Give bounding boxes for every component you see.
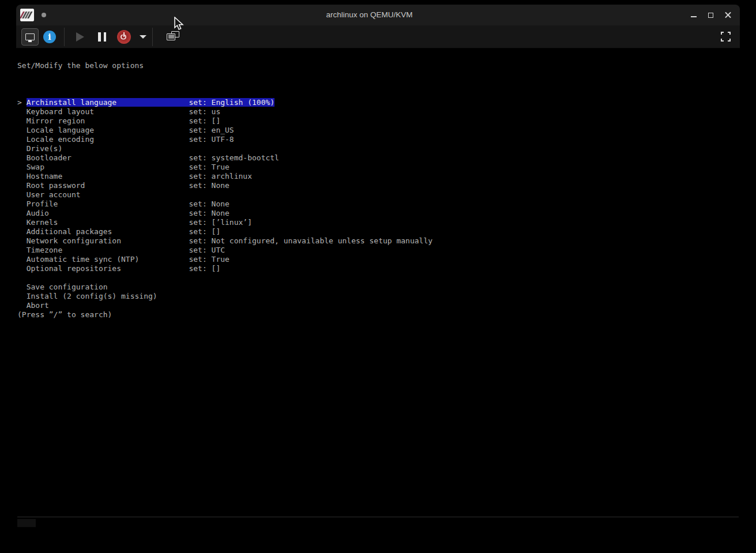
power-icon [117,30,131,44]
pause-icon [98,32,106,42]
terminal-separator-line [17,517,739,517]
menu-item[interactable]: Locale encoding set: UTF-8 [17,135,432,144]
minimize-button[interactable] [687,9,699,21]
menu-item[interactable]: Audio set: None [17,209,432,218]
window-title: archlinux on QEMU/KVM [16,5,723,25]
monitor-icon [25,33,35,40]
info-icon: i [43,31,56,43]
menu-item[interactable]: User account [17,190,432,200]
pause-button[interactable] [92,28,112,46]
terminal-line [17,273,432,283]
menu-item[interactable]: Locale language set: en_US [17,126,432,135]
menu-item[interactable]: Bootloader set: systemd-bootctl [17,153,432,163]
close-icon [725,12,731,18]
run-button[interactable] [70,28,90,46]
maximize-button[interactable] [705,9,717,21]
menu-item[interactable]: Mirror region set: [] [17,116,432,126]
menu-item[interactable]: Additional packages set: [] [17,227,432,236]
fullscreen-icon [721,32,731,42]
menu-item[interactable]: Root password set: None [17,181,432,190]
minimize-icon [691,16,697,17]
terminal-line [17,80,432,89]
fullscreen-button[interactable] [721,28,740,46]
vm-display[interactable]: Set/Modify the below options> Archinstal… [16,48,740,548]
titlebar: archlinux on QEMU/KVM [16,5,740,25]
menu-action[interactable]: Install (2 config(s) missing) [17,292,432,301]
menu-item[interactable]: Swap set: True [17,163,432,172]
close-button[interactable] [722,9,734,21]
terminal-cursor-block [17,519,36,527]
menu-item[interactable]: Hostname set: archlinux [17,172,432,181]
toolbar: i [16,25,740,48]
menu-item[interactable]: Profile set: None [17,200,432,209]
window-controls [687,5,734,25]
terminal-line [17,52,432,61]
terminal-line [17,89,432,98]
shutdown-menu-button[interactable] [134,28,146,46]
menu-action[interactable]: Abort [17,301,432,310]
archinstall-menu[interactable]: Set/Modify the below options> Archinstal… [17,52,432,319]
mouse-cursor [174,17,185,34]
vm-window: archlinux on QEMU/KVM i [16,5,740,548]
toolbar-separator [64,28,65,46]
console-view-button[interactable] [21,28,39,46]
play-icon [76,32,84,42]
maximize-icon [708,13,713,18]
menu-item[interactable]: Drive(s) [17,144,432,153]
terminal-line: Set/Modify the below options [17,61,432,70]
menu-item[interactable]: Kernels set: [’linux’] [17,218,432,227]
menu-item[interactable]: > Archinstall language set: English (100… [17,98,432,107]
terminal-line [17,70,432,80]
search-hint: (Press ”/” to search) [17,310,432,319]
toolbar-separator [152,28,153,46]
menu-item[interactable]: Timezone set: UTC [17,246,432,255]
menu-item[interactable]: Keyboard layout set: us [17,107,432,116]
menu-item[interactable]: Network configuration set: Not configure… [17,236,432,246]
chevron-down-icon [140,35,146,39]
shutdown-button[interactable] [114,28,134,46]
menu-action[interactable]: Save configuration [17,283,432,292]
menu-item[interactable]: Automatic time sync (NTP) set: True [17,255,432,264]
vm-details-button[interactable]: i [41,28,58,46]
menu-item[interactable]: Optional repositories set: [] [17,264,432,273]
